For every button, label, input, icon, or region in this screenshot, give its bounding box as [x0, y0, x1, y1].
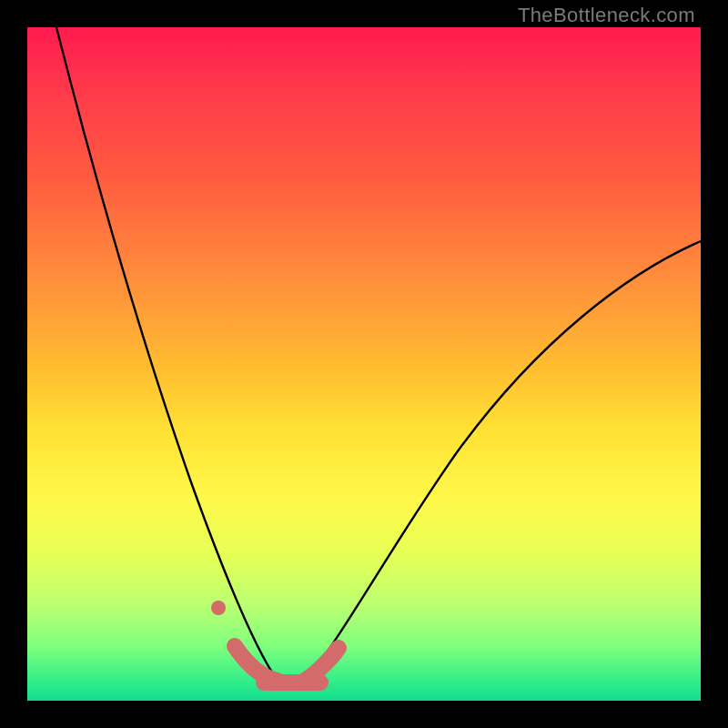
plot-area — [27, 27, 701, 701]
highlight-segment-right — [305, 648, 339, 681]
left-curve — [56, 27, 278, 681]
chart-frame: TheBottleneck.com — [27, 0, 701, 701]
curves-svg — [27, 27, 701, 701]
right-curve — [305, 241, 701, 681]
highlight-marker-dot — [211, 601, 226, 615]
watermark-text: TheBottleneck.com — [518, 4, 695, 27]
